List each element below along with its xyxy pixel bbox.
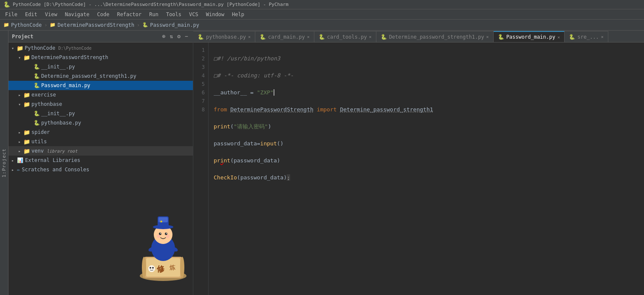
tab-label-password-main: Password_main.py xyxy=(506,34,556,40)
tree-item-password-main[interactable]: ▸ 🐍 Password_main.py xyxy=(8,81,193,90)
expand-icon-venv: ▸ xyxy=(17,149,22,153)
tab-label-card-tools: card_tools.py xyxy=(327,34,367,40)
menu-run[interactable]: Run xyxy=(146,11,162,18)
menu-navigate[interactable]: Navigate xyxy=(62,11,93,18)
tree-label-venv: venv xyxy=(31,148,44,154)
breadcrumb-sep2: › xyxy=(137,22,140,28)
tree-item-venv[interactable]: ▸ 📁 venv library root xyxy=(8,146,193,156)
print-func-1: print xyxy=(214,123,230,130)
tab-sre[interactable]: 🐍 sre_... ✕ xyxy=(565,31,608,42)
menu-code[interactable]: Code xyxy=(94,11,113,18)
tree-label-strength: Determine_password_strength1.py xyxy=(41,73,136,79)
breadcrumb-pythoncode[interactable]: 📁 PythonCode xyxy=(3,22,42,28)
tree-item-utils[interactable]: ▸ 📁 utils xyxy=(8,137,193,146)
paren-input: () xyxy=(277,140,284,147)
vertical-panel-label: 1:Project xyxy=(0,31,8,295)
menu-vcs[interactable]: VCS xyxy=(186,11,202,18)
tree-badge-path: D:\PythonCode xyxy=(58,46,91,51)
line-num-7: 7 xyxy=(193,97,205,105)
folder-icon-exercise: 📁 xyxy=(23,92,30,98)
menu-file[interactable]: File xyxy=(2,11,21,18)
tab-label-pythonbase: pythonbase.py xyxy=(206,34,246,40)
tab-label-determine: Determine_password_strength1.py xyxy=(389,34,484,40)
tree-item-spider[interactable]: ▸ 📁 spider xyxy=(8,128,193,137)
add-icon[interactable]: ⊕ xyxy=(161,32,167,40)
print-str-1: "请输入密码" xyxy=(234,123,268,130)
menu-edit[interactable]: Edit xyxy=(22,11,41,18)
layout-icon[interactable]: ⇅ xyxy=(169,32,175,40)
tab-close-card-main[interactable]: ✕ xyxy=(307,34,310,39)
extlibs-icon: 📊 xyxy=(17,157,23,163)
tree-item-extlibs[interactable]: ▸ 📊 External Libraries xyxy=(8,156,193,165)
tree-item-exercise[interactable]: ▸ 📁 exercise xyxy=(8,90,193,99)
file-tree: ▾ 📁 PythonCode D:\PythonCode ▾ 📁 Determi… xyxy=(8,43,193,295)
password-data-var: password_data xyxy=(214,140,257,147)
code-line-7: print(password_data) xyxy=(214,156,639,165)
menu-view[interactable]: View xyxy=(42,11,61,18)
eq-sign: = xyxy=(247,89,257,96)
editor-content[interactable]: 1 2 3 4 5 6 7 8 □#! /usr/bin/python3 □# … xyxy=(193,43,644,295)
menu-refactor[interactable]: Refactor xyxy=(113,11,145,18)
file-icon-passmain: 🐍 xyxy=(34,82,40,88)
expand-icon-exercise: ▸ xyxy=(17,93,22,97)
tab-determine[interactable]: 🐍 Determine_password_strength1.py ✕ xyxy=(376,31,494,42)
project-panel: Project ⊕ ⇅ ⚙ − ▾ 📁 PythonCode D:\Python… xyxy=(8,31,193,295)
menu-window[interactable]: Window xyxy=(203,11,228,18)
menu-tools[interactable]: Tools xyxy=(163,11,185,18)
password-data-ref: password_data xyxy=(234,157,277,164)
tab-password-main[interactable]: 🐍 Password_main.py ✕ xyxy=(494,31,565,42)
tree-item-strength[interactable]: ▸ 🐍 Determine_password_strength1.py xyxy=(8,71,193,81)
folder-icon: 📁 xyxy=(3,22,9,28)
scratches-icon: ✏️ xyxy=(17,167,20,173)
folder-icon-determine: 📁 xyxy=(23,54,30,61)
tree-item-pythoncode[interactable]: ▾ 📁 PythonCode D:\PythonCode xyxy=(8,43,193,53)
tree-label-pythonbase: pythonbase xyxy=(31,101,62,107)
tab-close-card-tools[interactable]: ✕ xyxy=(369,34,372,39)
tab-close-determine[interactable]: ✕ xyxy=(486,34,489,39)
folder-icon-spider: 📁 xyxy=(23,129,30,136)
main-layout: 1:Project Project ⊕ ⇅ ⚙ − ▾ 📁 PythonCode… xyxy=(0,31,644,295)
tab-card-main[interactable]: 🐍 card_main.py ✕ xyxy=(255,31,314,42)
breadcrumb: 📁 PythonCode › 📁 DeterminePasswordStreng… xyxy=(0,20,644,31)
minimize-icon[interactable]: − xyxy=(184,32,189,40)
expand-icon-scratches: ▸ xyxy=(10,167,15,172)
code-line-6: password_data=input() xyxy=(214,139,639,148)
import-module: DeterminePasswordStrength xyxy=(227,106,316,113)
expand-icon-spider: ▸ xyxy=(17,130,22,135)
paren-open-1: ( xyxy=(230,123,234,130)
tab-label-card-main: card_main.py xyxy=(268,34,305,40)
menu-help[interactable]: Help xyxy=(229,11,248,18)
author-var: __author__ xyxy=(214,89,247,96)
tab-close-password-main[interactable]: ✕ xyxy=(557,35,560,40)
title-text: PythonCode [D:\PythonCode] - ...\Determi… xyxy=(13,2,288,7)
paren-open-2: ( xyxy=(230,157,234,164)
password-data-ref-2: password_data xyxy=(240,174,284,181)
tab-close-sre[interactable]: ✕ xyxy=(601,34,604,39)
paren-open-3: ( xyxy=(237,174,240,181)
tab-card-tools[interactable]: 🐍 card_tools.py ✕ xyxy=(314,31,376,42)
tree-item-pythonbase[interactable]: ▾ 📁 pythonbase xyxy=(8,99,193,109)
settings-icon[interactable]: ⚙ xyxy=(176,32,182,40)
tab-icon-card-tools: 🐍 xyxy=(319,34,325,40)
from-kw: from xyxy=(214,106,227,113)
expand-icon-extlibs: ▸ xyxy=(10,158,15,163)
tree-badge-venv: library root xyxy=(47,149,77,153)
breadcrumb-file[interactable]: 🐍 Password_main.py xyxy=(142,22,199,28)
code-line-8: CheckIo(password_data); xyxy=(214,173,639,182)
breadcrumb-determine[interactable]: 📁 DeterminePasswordStrength xyxy=(50,22,134,28)
paren-close-2: ) xyxy=(277,157,280,164)
tree-item-scratches[interactable]: ▸ ✏️ Scratches and Consoles xyxy=(8,165,193,174)
tree-item-init1[interactable]: ▸ 🐍 __init__.py xyxy=(8,62,193,71)
tree-label-init2: __init__.py xyxy=(41,111,75,116)
tab-close-pythonbase[interactable]: ✕ xyxy=(248,34,251,39)
folder-icon-2: 📁 xyxy=(50,22,56,28)
tree-item-determine[interactable]: ▾ 📁 DeterminePasswordStrength xyxy=(8,53,193,62)
tab-pythonbase[interactable]: 🐍 pythonbase.py ✕ xyxy=(193,31,255,42)
panel-label-text: 1:Project xyxy=(1,148,7,178)
tree-item-pythonbase-py[interactable]: ▸ 🐍 pythonbase.py xyxy=(8,118,193,128)
shebang-comment: □#! /usr/bin/python3 xyxy=(214,55,280,62)
menu-bar: File Edit View Navigate Code Refactor Ru… xyxy=(0,9,644,20)
tree-item-init2[interactable]: ▸ 🐍 __init__.py xyxy=(8,109,193,118)
code-editor[interactable]: □#! /usr/bin/python3 □# -*- coding: utf-… xyxy=(209,43,644,295)
line-num-5: 5 xyxy=(193,80,205,88)
